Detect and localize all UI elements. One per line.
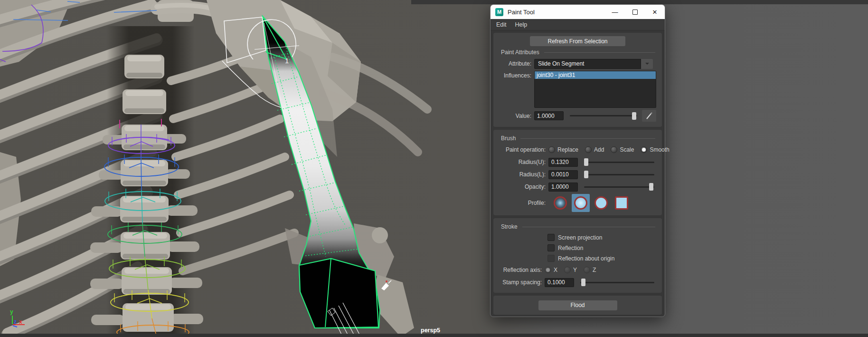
influences-row: Influences: joint30 - joint31 (495, 71, 656, 108)
radio-smooth-label: Smooth (650, 146, 669, 153)
radius-u-slider[interactable] (584, 158, 654, 166)
gaussian-brush-icon (554, 196, 567, 210)
reflection-about-origin-row: Reflection about origin (547, 254, 656, 263)
axis-z-label: z (14, 318, 17, 325)
paint-operation-row: Paint operation: Replace Add Scale Smoot… (495, 144, 656, 155)
radio-axis-y-label: Y (573, 267, 577, 273)
axis-y-label: y (10, 308, 13, 315)
opacity-slider[interactable] (584, 183, 654, 191)
window-controls: — ✕ (605, 5, 665, 19)
solid-brush-icon (594, 196, 608, 210)
radio-scale-label: Scale (620, 146, 634, 153)
close-button[interactable]: ✕ (645, 5, 665, 19)
slider-handle[interactable] (632, 112, 636, 120)
radio-axis-z (584, 267, 590, 273)
opacity-row: Opacity: (495, 182, 656, 192)
slider-handle[interactable] (584, 158, 588, 166)
value-input[interactable] (534, 111, 564, 120)
attribute-dropdown[interactable]: Slide On Segment (534, 59, 653, 69)
paint-tool-window: M Paint Tool — ✕ Edit Help Refresh From … (490, 4, 665, 317)
profile-tiles (551, 194, 631, 212)
stamp-spacing-input[interactable] (545, 278, 574, 287)
slider-track[interactable] (580, 282, 654, 283)
titlebar[interactable]: M Paint Tool — ✕ (491, 5, 665, 19)
attribute-dropdown-value: Slide On Segment (534, 59, 641, 69)
value-label: Value: (495, 113, 534, 119)
window-content: Refresh From Selection Paint Attributes … (491, 30, 665, 318)
paint-operation-replace: Replace (548, 146, 578, 153)
slider-track[interactable] (570, 115, 637, 116)
slider-handle[interactable] (581, 279, 585, 286)
profile-square-button[interactable] (613, 194, 631, 212)
flood-button[interactable]: Flood (538, 300, 617, 310)
slider-handle[interactable] (649, 183, 653, 191)
flood-panel: Flood (493, 296, 662, 315)
radio-scale[interactable] (611, 146, 617, 153)
paint-operation-add: Add (585, 146, 604, 153)
stroke-header-label: Stroke (501, 223, 518, 230)
slider-track[interactable] (584, 162, 654, 163)
brush-header: Brush (501, 135, 655, 142)
influences-list[interactable]: joint30 - joint31 (534, 71, 656, 108)
attribute-label: Attribute: (495, 60, 534, 67)
opacity-input[interactable] (548, 183, 578, 192)
value-slider[interactable] (570, 112, 637, 120)
axis-x-option: X (545, 267, 557, 273)
radius-l-slider[interactable] (584, 171, 654, 178)
profile-solid-button[interactable] (592, 194, 610, 212)
radio-add-label: Add (594, 146, 604, 153)
maximize-button[interactable] (625, 5, 645, 19)
radius-u-row: Radius(U): (495, 157, 656, 167)
menu-help[interactable]: Help (515, 21, 528, 28)
radius-u-input[interactable] (548, 158, 578, 167)
stamp-spacing-row: Stamp spacing: (495, 277, 656, 288)
list-item[interactable]: joint30 - joint31 (535, 71, 656, 79)
menubar: Edit Help (491, 19, 665, 30)
brush-header-label: Brush (501, 135, 516, 142)
pencil-button[interactable] (642, 110, 656, 122)
maximize-icon (632, 10, 638, 15)
bottom-edge-strip (0, 334, 868, 337)
profile-soft-button[interactable] (572, 194, 590, 212)
screen-projection-label: Screen projection (558, 234, 602, 241)
radius-l-input[interactable] (548, 170, 578, 179)
paint-attributes-header: Paint Attributes (501, 49, 655, 56)
stroke-header: Stroke (501, 223, 655, 230)
top-edge-strip (411, 0, 868, 4)
stamp-spacing-slider[interactable] (580, 279, 654, 286)
chevron-down-icon[interactable] (641, 59, 653, 69)
refresh-from-selection-button[interactable]: Refresh From Selection (530, 36, 625, 46)
opacity-label: Opacity: (495, 183, 548, 190)
slider-track[interactable] (584, 174, 654, 175)
reflection-row: Reflection (547, 243, 656, 252)
radio-add[interactable] (585, 146, 592, 153)
radio-axis-z-label: Z (593, 267, 596, 273)
minimize-button[interactable]: — (605, 5, 625, 19)
menu-edit[interactable]: Edit (496, 21, 507, 28)
screen-projection-checkbox[interactable] (547, 234, 555, 241)
radio-axis-x (545, 267, 551, 273)
close-icon: ✕ (652, 9, 658, 16)
axis-x-label: x (19, 318, 22, 325)
radio-smooth[interactable] (641, 146, 647, 153)
reflection-checkbox[interactable] (547, 244, 555, 251)
slider-handle[interactable] (584, 171, 588, 178)
minimize-icon: — (612, 9, 618, 16)
window-title: Paint Tool (508, 9, 535, 16)
slider-track[interactable] (584, 186, 654, 188)
viewport[interactable]: .rib{fill:none;stroke:#b2aea5;stroke-wid… (0, 0, 868, 337)
reflection-about-origin-label: Reflection about origin (558, 255, 614, 262)
profile-gaussian-button[interactable] (551, 194, 569, 212)
maya-screen: .rib{fill:none;stroke:#b2aea5;stroke-wid… (0, 0, 868, 337)
radio-axis-y (564, 267, 571, 273)
radio-replace[interactable] (548, 146, 555, 153)
radius-u-label: Radius(U): (495, 159, 548, 165)
stamp-spacing-label: Stamp spacing: (495, 279, 545, 286)
axis-y-option: Y (564, 267, 577, 273)
paint-attributes-panel: Refresh From Selection Paint Attributes … (493, 33, 662, 127)
value-row: Value: (495, 110, 656, 122)
reflection-about-origin-checkbox (547, 255, 555, 262)
attribute-row: Attribute: Slide On Segment (495, 58, 656, 69)
radio-replace-label: Replace (557, 146, 578, 153)
stroke-panel: Stroke Screen projection Reflection Refl… (493, 218, 662, 293)
